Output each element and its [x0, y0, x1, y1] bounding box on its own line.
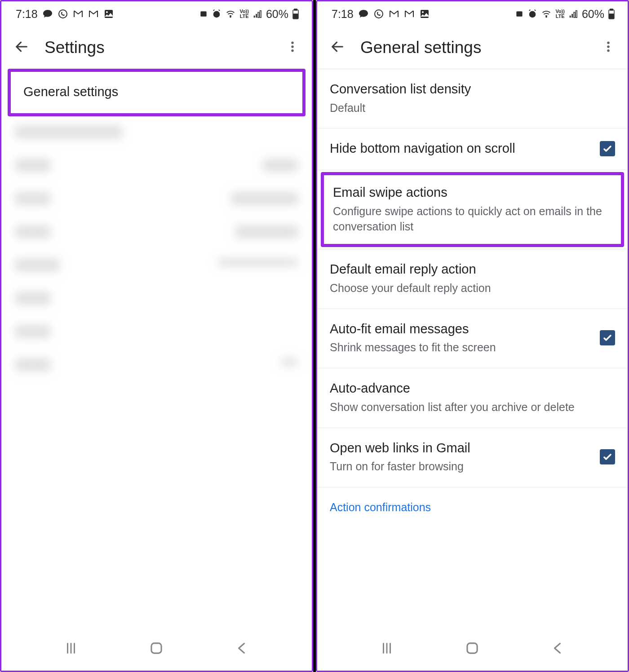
settings-list: Conversation list density Default Hide b… — [317, 69, 628, 514]
item-reply[interactable]: Default email reply action Choose your d… — [317, 249, 628, 309]
battery-percent: 60% — [266, 8, 288, 21]
item-hide-nav[interactable]: Hide bottom navigation on scroll — [317, 128, 628, 170]
check-icon — [602, 451, 613, 462]
svg-point-22 — [546, 17, 547, 18]
blurred-accounts — [1, 116, 312, 380]
svg-rect-11 — [294, 9, 297, 10]
gmail-m-icon — [404, 9, 415, 19]
back-nav-button[interactable] — [550, 640, 566, 658]
item-weblinks[interactable]: Open web links in Gmail Turn on for fast… — [317, 428, 628, 487]
svg-point-13 — [291, 42, 294, 44]
svg-rect-8 — [258, 12, 259, 18]
recents-icon — [63, 640, 79, 656]
svg-point-5 — [230, 17, 231, 18]
item-title: Open web links in Gmail — [330, 440, 592, 457]
svg-rect-23 — [570, 16, 571, 18]
svg-point-17 — [375, 10, 383, 18]
home-button[interactable] — [148, 640, 165, 659]
more-button[interactable] — [599, 37, 618, 58]
item-density[interactable]: Conversation list density Default — [317, 69, 628, 128]
item-title: Conversation list density — [330, 81, 615, 98]
gmail-m-icon — [73, 9, 84, 19]
card-icon — [515, 9, 524, 18]
svg-point-4 — [213, 11, 220, 18]
item-autofit[interactable]: Auto-fit email messages Shrink messages … — [317, 309, 628, 368]
list-item-general-settings[interactable]: General settings — [11, 72, 302, 113]
phone-right: 7:18 Vo))LTE 60% General settings — [316, 0, 629, 672]
svg-point-30 — [607, 42, 610, 44]
phone-left: 7:18 Vo))LTE 60% Settings — [0, 0, 313, 672]
checkbox-checked[interactable] — [600, 330, 615, 345]
back-nav-icon — [234, 640, 250, 656]
svg-point-0 — [59, 10, 67, 18]
item-title: Auto-fit email messages — [330, 321, 592, 338]
svg-point-21 — [529, 11, 536, 18]
more-button[interactable] — [283, 37, 302, 58]
item-autoadv[interactable]: Auto-advance Show conversation list afte… — [317, 368, 628, 428]
check-icon — [602, 332, 613, 343]
wifi-icon — [225, 9, 236, 19]
item-sub: Turn on for faster browsing — [330, 459, 592, 474]
svg-rect-12 — [293, 14, 298, 18]
arrow-back-icon — [14, 39, 29, 54]
app-bar: General settings — [317, 27, 628, 69]
recents-icon — [379, 640, 395, 656]
back-button[interactable] — [11, 36, 32, 59]
page-title: Settings — [44, 38, 270, 57]
svg-rect-16 — [151, 643, 161, 653]
svg-rect-3 — [201, 11, 207, 17]
card-icon — [199, 9, 208, 18]
volte-icon: Vo))LTE — [239, 9, 249, 19]
gmail-m-icon — [389, 9, 399, 19]
svg-point-32 — [607, 49, 610, 52]
item-sub: Default — [330, 101, 615, 116]
whatsapp-icon — [373, 9, 384, 19]
gmail-m-icon — [88, 9, 99, 19]
checkbox-checked[interactable] — [600, 449, 615, 464]
check-icon — [602, 143, 613, 154]
chat-icon — [358, 9, 369, 19]
item-sub: Choose your default reply action — [330, 281, 615, 296]
section-header-action-confirmations: Action confirmations — [317, 487, 628, 514]
status-right: Vo))LTE 60% — [515, 8, 615, 21]
recents-button[interactable] — [379, 640, 395, 658]
svg-rect-20 — [517, 11, 523, 17]
app-bar: Settings — [1, 27, 312, 69]
svg-rect-24 — [571, 14, 573, 18]
battery-icon — [292, 9, 299, 19]
svg-rect-7 — [256, 14, 257, 18]
back-button[interactable] — [327, 36, 348, 59]
more-vert-icon — [286, 40, 299, 53]
general-settings-label: General settings — [23, 84, 290, 101]
svg-rect-26 — [576, 11, 577, 18]
svg-rect-33 — [467, 643, 477, 653]
chat-icon — [42, 9, 53, 19]
status-left: 7:18 — [16, 8, 114, 21]
item-title: Default email reply action — [330, 261, 615, 278]
home-icon — [148, 640, 165, 657]
svg-point-19 — [422, 11, 424, 13]
item-title: Hide bottom navigation on scroll — [330, 140, 592, 157]
home-button[interactable] — [464, 640, 481, 659]
status-bar: 7:18 Vo))LTE 60% — [1, 1, 312, 27]
photo-icon — [103, 9, 114, 19]
item-sub: Shrink messages to fit the screen — [330, 340, 592, 355]
wifi-icon — [541, 9, 552, 19]
back-nav-button[interactable] — [234, 640, 250, 658]
checkbox-checked[interactable] — [600, 141, 615, 156]
signal-icon — [252, 9, 262, 19]
alarm-icon — [527, 9, 537, 19]
svg-point-15 — [291, 49, 294, 52]
general-settings-highlight: General settings — [8, 69, 306, 116]
alarm-icon — [212, 9, 221, 19]
page-title: General settings — [360, 38, 586, 57]
item-sub: Show conversation list after you archive… — [330, 400, 615, 415]
item-title: Auto-advance — [330, 380, 615, 397]
item-swipe[interactable]: Email swipe actions Configure swipe acti… — [324, 175, 621, 244]
status-time: 7:18 — [16, 8, 38, 21]
svg-rect-28 — [610, 9, 613, 10]
recents-button[interactable] — [63, 640, 79, 658]
status-left: 7:18 — [332, 8, 430, 21]
whatsapp-icon — [58, 9, 68, 19]
more-vert-icon — [602, 40, 615, 53]
